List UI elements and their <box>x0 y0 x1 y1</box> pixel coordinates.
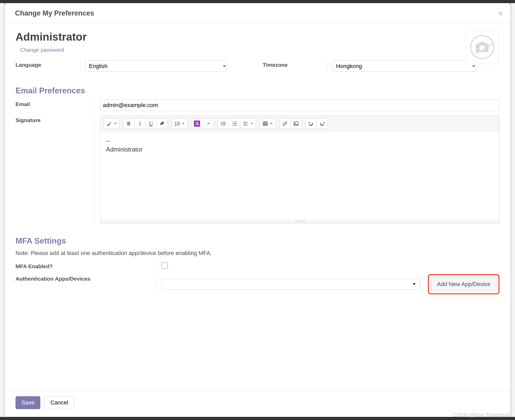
underline-button[interactable]: U <box>145 118 157 129</box>
modal-footer: Save Cancel <box>5 391 510 417</box>
font-color-button[interactable]: A <box>191 118 203 129</box>
svg-text:3: 3 <box>232 124 233 126</box>
redo-icon[interactable] <box>316 118 328 129</box>
eraser-icon[interactable] <box>156 118 168 129</box>
svg-point-4 <box>221 125 222 126</box>
close-icon[interactable]: × <box>498 9 503 18</box>
rte-toolbar: B I U 16 <box>100 116 499 132</box>
page-title: Administrator <box>16 31 499 43</box>
mfa-devices-label: Authentication Apps/Devices <box>16 274 155 294</box>
svg-rect-7 <box>234 122 237 122</box>
unordered-list-icon[interactable] <box>218 118 229 129</box>
modal-header: Change My Preferences × <box>5 3 510 24</box>
font-color-caret[interactable] <box>203 118 214 129</box>
svg-rect-5 <box>223 125 226 125</box>
link-icon[interactable] <box>279 118 291 129</box>
svg-rect-9 <box>234 123 237 124</box>
bold-button[interactable]: B <box>123 118 134 129</box>
email-prefs-heading: Email Preferences <box>16 86 499 95</box>
table-icon[interactable] <box>260 118 276 129</box>
svg-rect-14 <box>244 125 248 125</box>
add-new-app-device-button[interactable]: Add New App/Device <box>431 277 496 291</box>
mfa-note: Note: Please add at least one authentica… <box>16 250 499 257</box>
highlight-ring: Add New App/Device <box>428 274 499 294</box>
chevron-down-icon <box>413 283 416 285</box>
language-label: Language <box>16 60 80 68</box>
signature-label: Signature <box>16 116 94 223</box>
cancel-button[interactable]: Cancel <box>44 396 74 409</box>
svg-rect-13 <box>244 123 246 124</box>
avatar[interactable] <box>465 30 499 64</box>
svg-rect-3 <box>223 123 226 124</box>
align-icon[interactable] <box>240 118 256 129</box>
preferences-modal: Change My Preferences × Administrator Ch… <box>5 3 510 417</box>
modal-title: Change My Preferences <box>15 9 94 17</box>
timezone-select[interactable]: Hongkong <box>332 60 476 72</box>
svg-rect-1 <box>223 122 226 123</box>
undo-icon[interactable] <box>305 118 317 129</box>
email-label: Email <box>16 100 94 111</box>
signature-editor: B I U 16 <box>100 116 499 223</box>
image-icon[interactable] <box>290 118 302 129</box>
mfa-devices-select[interactable] <box>162 279 420 290</box>
save-button[interactable]: Save <box>16 396 40 409</box>
svg-rect-15 <box>263 122 268 126</box>
email-field[interactable] <box>100 100 499 111</box>
svg-point-0 <box>221 122 222 123</box>
font-size-button[interactable]: 16 <box>171 118 187 129</box>
italic-button[interactable]: I <box>134 118 146 129</box>
font-size-value: 16 <box>174 121 180 127</box>
timezone-label: Timezone <box>263 60 327 68</box>
language-select[interactable]: English <box>85 60 227 72</box>
resize-handle-icon[interactable] <box>100 220 499 223</box>
magic-wand-icon[interactable] <box>103 118 119 129</box>
svg-rect-11 <box>234 125 237 126</box>
signature-textarea[interactable]: -- Administrator <box>100 132 499 220</box>
mfa-enabled-checkbox[interactable] <box>162 262 168 269</box>
ordered-list-icon[interactable]: 123 <box>229 118 240 129</box>
signature-line: -- <box>106 136 494 145</box>
camera-icon <box>470 35 494 59</box>
signature-line: Administrator <box>106 145 494 154</box>
svg-point-2 <box>221 123 222 124</box>
svg-point-21 <box>295 123 296 124</box>
svg-rect-12 <box>244 122 248 123</box>
mfa-enabled-label: MFA Enabled? <box>16 262 155 269</box>
change-password-link[interactable]: Change password <box>20 47 64 53</box>
mfa-heading: MFA Settings <box>16 236 499 246</box>
